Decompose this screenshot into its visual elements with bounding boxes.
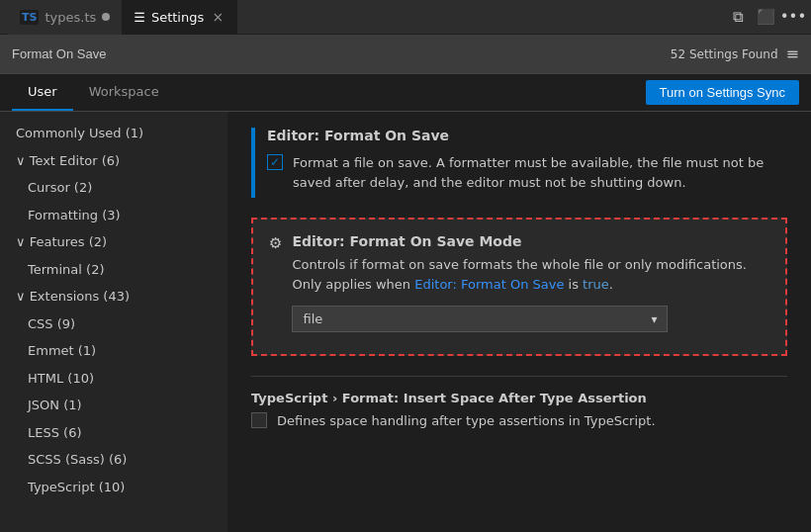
tab-user[interactable]: User — [12, 74, 73, 111]
sidebar-item-scss[interactable]: SCSS (Sass) (6) — [0, 446, 227, 474]
typescript-description: Defines space handling after type assert… — [277, 411, 656, 431]
tab-types-ts-label: types.ts — [45, 10, 96, 25]
format-on-save-mode-dropdown[interactable]: file ▾ — [292, 306, 668, 332]
format-on-save-description: Format a file on save. A formatter must … — [293, 153, 787, 192]
ts-icon: TS — [20, 10, 39, 25]
format-on-save-section: Editor: Format On Save ✓ Format a file o… — [251, 128, 787, 198]
settings-content: Editor: Format On Save ✓ Format a file o… — [227, 112, 811, 532]
search-results-count: 52 Settings Found — [671, 47, 778, 61]
typescript-section: TypeScript › Format: Insert Space After … — [251, 376, 787, 431]
tab-close-button[interactable]: × — [210, 9, 225, 25]
title-bar-right: ⧉ ⬛ ••• — [728, 7, 803, 27]
filter-icon[interactable]: ≡ — [786, 44, 799, 63]
search-input[interactable] — [12, 46, 663, 61]
title-bar: TS types.ts ☰ Settings × ⧉ ⬛ ••• — [0, 0, 811, 35]
typescript-checkbox[interactable] — [251, 412, 267, 428]
sidebar-item-commonly-used[interactable]: Commonly Used (1) — [0, 120, 227, 147]
tab-modified-dot — [102, 13, 110, 21]
tab-workspace[interactable]: Workspace — [73, 74, 175, 111]
accent-bar-wrapper: Editor: Format On Save ✓ Format a file o… — [251, 128, 787, 198]
format-on-save-mode-description: Controls if format on save formats the w… — [292, 255, 769, 294]
sidebar-item-css[interactable]: CSS (9) — [0, 310, 227, 338]
checkmark-icon: ✓ — [270, 156, 280, 168]
sidebar-item-emmet[interactable]: Emmet (1) — [0, 337, 227, 365]
dropdown-arrow-icon: ▾ — [651, 312, 657, 326]
format-on-save-content: Editor: Format On Save ✓ Format a file o… — [255, 128, 787, 198]
sidebar-item-features[interactable]: ∨ Features (2) — [0, 228, 227, 256]
sidebar-item-cursor[interactable]: Cursor (2) — [0, 174, 227, 202]
sidebar-item-typescript[interactable]: TypeScript (10) — [0, 474, 227, 501]
sidebar-item-terminal[interactable]: Terminal (2) — [0, 256, 227, 284]
format-on-save-mode-section: ⚙ Editor: Format On Save Mode Controls i… — [251, 218, 787, 356]
format-on-save-mode-dropdown-container: file ▾ — [292, 306, 668, 332]
sidebar-item-formatting[interactable]: Formatting (3) — [0, 202, 227, 229]
typescript-section-title: TypeScript › Format: Insert Space After … — [251, 391, 787, 405]
gear-icon[interactable]: ⚙ — [269, 234, 282, 252]
format-on-save-checkbox[interactable]: ✓ — [267, 154, 283, 170]
tab-types-ts[interactable]: TS types.ts — [8, 0, 122, 35]
format-on-save-checkbox-row: ✓ Format a file on save. A formatter mus… — [267, 153, 787, 192]
main-layout: Commonly Used (1) ∨ Text Editor (6) Curs… — [0, 112, 811, 532]
sidebar-item-html[interactable]: HTML (10) — [0, 365, 227, 393]
format-on-save-mode-title: Editor: Format On Save Mode — [292, 233, 769, 249]
search-bar: 52 Settings Found ≡ — [0, 35, 811, 74]
sync-button[interactable]: Turn on Settings Sync — [646, 80, 799, 105]
tab-settings[interactable]: ☰ Settings × — [122, 0, 237, 35]
format-on-save-title: Editor: Format On Save — [267, 128, 787, 143]
more-actions-icon[interactable]: ••• — [783, 7, 803, 27]
new-file-icon[interactable]: ⧉ — [728, 7, 748, 27]
sidebar-item-less[interactable]: LESS (6) — [0, 419, 227, 447]
split-editor-icon[interactable]: ⬛ — [756, 7, 775, 27]
settings-icon: ☰ — [134, 10, 145, 25]
sidebar: Commonly Used (1) ∨ Text Editor (6) Curs… — [0, 112, 227, 532]
settings-tab-row: User Workspace Turn on Settings Sync — [0, 74, 811, 112]
typescript-checkbox-row: Defines space handling after type assert… — [251, 411, 787, 431]
format-on-save-mode-header-row: ⚙ Editor: Format On Save Mode Controls i… — [269, 233, 769, 332]
sidebar-item-text-editor[interactable]: ∨ Text Editor (6) — [0, 147, 227, 175]
sidebar-item-json[interactable]: JSON (1) — [0, 392, 227, 419]
format-on-save-mode-content: Editor: Format On Save Mode Controls if … — [292, 233, 769, 332]
format-on-save-link[interactable]: Editor: Format On Save — [414, 277, 564, 292]
sidebar-item-extensions[interactable]: ∨ Extensions (43) — [0, 283, 227, 310]
tab-settings-label: Settings — [151, 10, 204, 25]
